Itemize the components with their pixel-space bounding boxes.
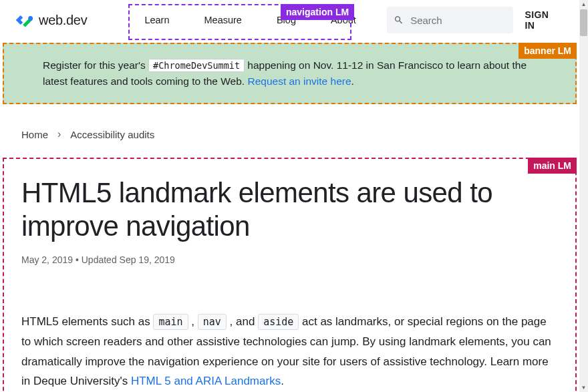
svg-point-0: [28, 16, 33, 21]
scrollbar-down-icon[interactable]: ▼: [579, 383, 588, 392]
banner-invite-link[interactable]: Request an invite here: [247, 75, 351, 87]
announcement-banner: Register for this year's #ChromeDevSummi…: [3, 43, 577, 104]
date-updated: Updated Sep 19, 2019: [82, 254, 175, 265]
scrollbar-up-icon[interactable]: ▲: [579, 0, 588, 9]
logo-icon: [15, 11, 33, 29]
nav-learn[interactable]: Learn: [127, 7, 186, 33]
scrollbar[interactable]: ▲ ▼: [579, 0, 588, 392]
banner-hashtag: #ChromeDevSummit: [148, 59, 245, 72]
breadcrumb: Home › Accessibility audits: [0, 104, 579, 140]
logo-text: web.dev: [39, 13, 87, 28]
breadcrumb-home[interactable]: Home: [21, 129, 48, 140]
nav-measure[interactable]: Measure: [187, 7, 259, 33]
code-aside: aside: [258, 314, 299, 330]
banner-period: .: [351, 75, 354, 87]
main-landmark-label: main LM: [528, 158, 577, 174]
site-header: web.dev Learn Measure Blog About SIGN IN: [0, 0, 579, 40]
breadcrumb-current[interactable]: Accessibility audits: [70, 129, 154, 140]
code-main: main: [153, 314, 188, 330]
search-box[interactable]: [387, 7, 513, 33]
code-nav: nav: [198, 314, 227, 330]
article-paragraph: HTML5 elements such as main , nav , and …: [21, 312, 558, 391]
primary-nav: Learn Measure Blog About: [127, 7, 373, 33]
article-dates: May 2, 2019 • Updated Sep 19, 2019: [21, 254, 558, 265]
chevron-right-icon: ›: [57, 128, 61, 140]
signin-button[interactable]: SIGN IN: [520, 9, 565, 31]
deque-link[interactable]: HTML 5 and ARIA Landmarks: [131, 375, 281, 387]
date-published: May 2, 2019: [21, 254, 73, 265]
scrollbar-thumb[interactable]: [580, 9, 587, 36]
nav-about[interactable]: About: [313, 7, 374, 33]
date-separator: •: [73, 254, 82, 265]
search-input[interactable]: [410, 15, 506, 26]
main-landmark: main LM HTML5 landmark elements are used…: [3, 158, 577, 392]
banner-text-1: Register for this year's: [43, 59, 148, 71]
nav-blog[interactable]: Blog: [259, 7, 313, 33]
search-icon: [394, 14, 404, 26]
page-title: HTML5 landmark elements are used to impr…: [21, 176, 558, 242]
banner-landmark: Register for this year's #ChromeDevSummi…: [3, 43, 577, 104]
logo[interactable]: web.dev: [15, 11, 87, 29]
